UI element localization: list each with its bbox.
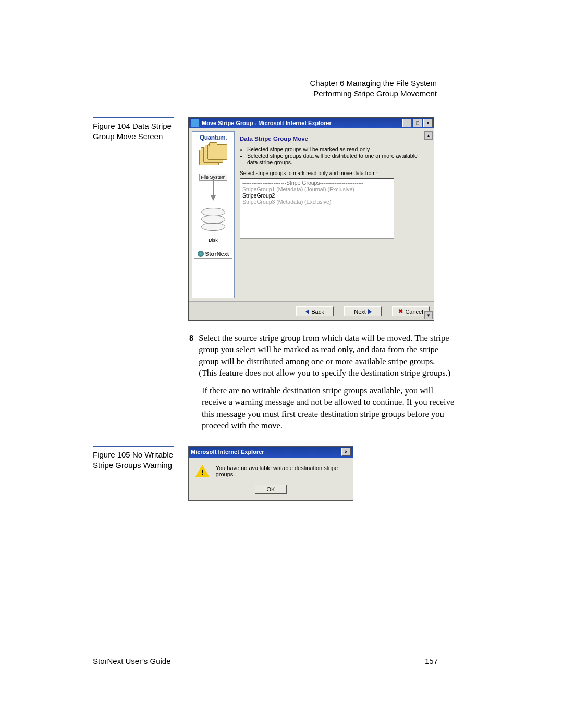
ok-button[interactable]: OK [255, 485, 287, 494]
msgbox-footer: OK [189, 485, 353, 500]
wizard-bullets: Selected stripe groups will be marked as… [247, 146, 422, 165]
next-button[interactable]: Next [344, 306, 382, 316]
msgbox-titlebar: Microsoft Internet Explorer × [189, 447, 353, 458]
figure-105-screenshot: Microsoft Internet Explorer × ! You have… [188, 446, 353, 501]
figure-105-block: Figure 105 No Writable Stripe Groups War… [93, 446, 482, 501]
document-page: Chapter 6 Managing the File System Perfo… [0, 0, 563, 728]
ie-window: Move Stripe Group - Microsoft Internet E… [188, 117, 434, 321]
wizard-heading: Data Stripe Group Move [240, 135, 422, 142]
list-item[interactable]: StripeGroup1 (Metadata) (Journal) (Exclu… [241, 186, 393, 192]
fs-label: File System [199, 174, 227, 181]
body-paragraph: If there are no writable destination str… [202, 385, 455, 431]
ie-body: ▲ Quantum. File System [189, 128, 434, 301]
ie-app-icon [191, 119, 199, 127]
listbox-header: ------------------------Stripe Groups---… [241, 180, 393, 186]
stripe-group-listbox[interactable]: ------------------------Stripe Groups---… [240, 178, 394, 239]
list-item[interactable]: StripeGroup2 [241, 192, 393, 199]
list-item[interactable]: StripeGroup3 (Metadata) (Exclusive) [241, 199, 393, 205]
ie-window-title: Move Stripe Group - Microsoft Internet E… [202, 120, 332, 126]
chapter-line: Chapter 6 Managing the File System [310, 78, 437, 89]
section-line: Performing Stripe Group Movement [310, 89, 437, 99]
ie-titlebar: Move Stripe Group - Microsoft Internet E… [189, 118, 434, 128]
msgbox-message: You have no available writable destinati… [216, 465, 347, 477]
bullet-1: Selected stripe groups will be marked as… [247, 146, 422, 152]
next-arrow-icon [368, 309, 372, 314]
msgbox-title: Microsoft Internet Explorer [191, 449, 264, 455]
wizard-footer: Back Next ✖ Cancel ▼ [189, 301, 434, 320]
maximize-button[interactable]: □ [413, 119, 422, 127]
disk-label: Disk [207, 237, 219, 243]
document-body-text: 8 Select the source stripe group from wh… [189, 332, 455, 431]
close-button[interactable]: × [423, 119, 433, 127]
wizard-content: Data Stripe Group Move Selected stripe g… [238, 131, 431, 298]
scroll-down-button[interactable]: ▼ [424, 311, 433, 319]
folders-graphic [199, 144, 227, 170]
back-arrow-icon [305, 309, 309, 314]
msgbox-body: ! You have no available writable destina… [189, 458, 353, 485]
scroll-up-button[interactable]: ▲ [424, 131, 433, 140]
figure-104-screenshot: Move Stripe Group - Microsoft Internet E… [188, 117, 434, 321]
step-number: 8 [189, 332, 193, 379]
step-text: Select the source stripe group from whic… [199, 332, 455, 379]
page-footer: StorNext User’s Guide 157 [93, 657, 438, 665]
msgbox-close-button[interactable]: × [341, 448, 351, 456]
minimize-button[interactable]: _ [402, 119, 412, 127]
disks-graphic [201, 208, 225, 233]
brand-logo: Quantum. [194, 134, 232, 141]
footer-left: StorNext User’s Guide [93, 657, 171, 665]
figure-104-block: Figure 104 Data Stripe Group Move Screen… [93, 117, 482, 321]
figure-104-caption: Figure 104 Data Stripe Group Move Screen [93, 117, 174, 321]
back-button[interactable]: Back [296, 306, 334, 316]
warning-icon: ! [195, 465, 209, 477]
bullet-2: Selected stripe groups data will be dist… [247, 153, 422, 165]
message-box: Microsoft Internet Explorer × ! You have… [188, 446, 353, 501]
footer-page-number: 157 [425, 657, 438, 665]
wizard-instruction: Select stripe groups to mark read-only a… [240, 170, 422, 176]
cancel-x-icon: ✖ [398, 308, 403, 315]
wizard-sidebar: Quantum. File System Disk [192, 131, 235, 298]
figure-105-caption: Figure 105 No Writable Stripe Groups War… [93, 446, 174, 471]
globe-icon [198, 251, 204, 257]
stornext-logo: StorNext [194, 249, 232, 259]
page-header: Chapter 6 Managing the File System Perfo… [310, 78, 437, 100]
